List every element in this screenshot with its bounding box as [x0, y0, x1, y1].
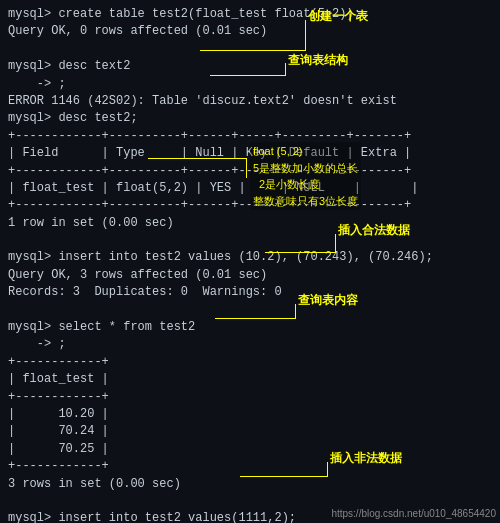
arrow-insert-h: [265, 252, 336, 253]
terminal-line-13: 1 row in set (0.00 sec): [8, 215, 492, 232]
terminal-line-17: Records: 3 Duplicates: 0 Warnings: 0: [8, 284, 492, 301]
terminal-line-18: [8, 302, 492, 319]
terminal-line-16: Query OK, 3 rows affected (0.01 sec): [8, 267, 492, 284]
arrow-desc-h: [210, 75, 286, 76]
terminal-line-21: +------------+: [8, 354, 492, 371]
terminal-line-19: mysql> select * from test2: [8, 319, 492, 336]
arrow-insert-v: [335, 234, 336, 252]
terminal-line-5: -> ;: [8, 76, 492, 93]
terminal-line-28: 3 rows in set (0.00 sec): [8, 476, 492, 493]
terminal-line-7: mysql> desc test2;: [8, 110, 492, 127]
terminal-line-27: +------------+: [8, 458, 492, 475]
watermark: https://blog.csdn.net/u010_48654420: [331, 508, 496, 519]
terminal-line-1: mysql> create table test2(float_test flo…: [8, 6, 492, 23]
terminal-line-26: | 70.25 |: [8, 441, 492, 458]
terminal-line-15: mysql> insert into test2 values (10.2), …: [8, 249, 492, 266]
arrow-float-v: [246, 158, 247, 178]
terminal-line-6: ERROR 1146 (42S02): Table 'discuz.text2'…: [8, 93, 492, 110]
arrow-desc-v: [285, 63, 286, 75]
arrow-select-v: [295, 304, 296, 318]
arrow-select-h: [215, 318, 296, 319]
arrow-create: [305, 20, 306, 50]
terminal: mysql> create table test2(float_test flo…: [0, 0, 500, 523]
terminal-line-4: mysql> desc text2: [8, 58, 492, 75]
arrow-float-h: [148, 158, 247, 159]
terminal-line-22: | float_test |: [8, 371, 492, 388]
terminal-line-23: +------------+: [8, 389, 492, 406]
annotation-select: 查询表内容: [298, 292, 358, 309]
arrow-create-h: [200, 50, 306, 51]
terminal-line-2: Query OK, 0 rows affected (0.01 sec): [8, 23, 492, 40]
annotation-insert: 插入合法数据: [338, 222, 410, 239]
annotation-desc: 查询表结构: [288, 52, 348, 69]
annotation-create-table: 创建一个表: [308, 8, 368, 25]
terminal-line-25: | 70.24 |: [8, 423, 492, 440]
terminal-line-20: -> ;: [8, 336, 492, 353]
annotation-illegal-insert: 插入非法数据: [330, 450, 402, 467]
annotation-float-box: float (5, 2)5是整数加小数的总长 2是小数长度整数意味只有3位长度: [250, 142, 361, 210]
arrow-illegal-h: [240, 476, 328, 477]
arrow-illegal-v: [327, 462, 328, 476]
terminal-line-14: [8, 232, 492, 249]
terminal-line-24: | 10.20 |: [8, 406, 492, 423]
